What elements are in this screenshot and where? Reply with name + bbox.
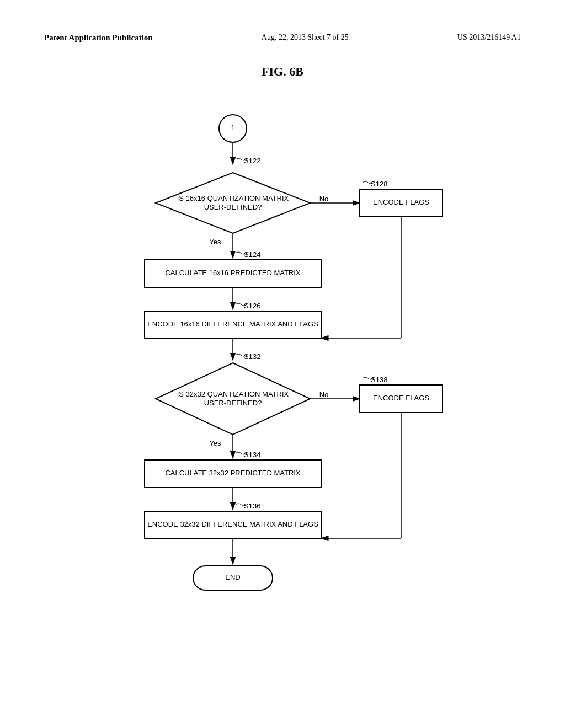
svg-text:IS 16x16 QUANTIZATION MATRIX: IS 16x16 QUANTIZATION MATRIX — [177, 194, 289, 202]
svg-text:CALCULATE 32x32 PREDICTED MATR: CALCULATE 32x32 PREDICTED MATRIX — [165, 469, 300, 477]
svg-text:ENCODE 32x32 DIFFERENCE MATRIX: ENCODE 32x32 DIFFERENCE MATRIX AND FLAGS — [147, 520, 318, 528]
svg-text:S132: S132 — [244, 352, 260, 361]
svg-text:ENCODE FLAGS: ENCODE FLAGS — [373, 198, 429, 206]
flowchart-svg: 1 S122 IS 16x16 QUANTIZATION MATRIX USER… — [95, 101, 470, 641]
svg-text:ENCODE 16x16 DIFFERENCE MATRIX: ENCODE 16x16 DIFFERENCE MATRIX AND FLAGS — [147, 320, 318, 328]
svg-text:S124: S124 — [244, 250, 260, 259]
svg-text:Yes: Yes — [209, 238, 221, 246]
header-center: Aug. 22, 2013 Sheet 7 of 25 — [262, 33, 349, 42]
svg-text:ENCODE FLAGS: ENCODE FLAGS — [373, 394, 429, 402]
svg-text:USER-DEFINED?: USER-DEFINED? — [204, 399, 262, 407]
svg-text:No: No — [319, 195, 329, 203]
svg-text:S126: S126 — [244, 302, 260, 310]
svg-text:No: No — [319, 390, 329, 399]
svg-text:S122: S122 — [244, 157, 260, 165]
header-right: US 2013/216149 A1 — [457, 33, 521, 42]
page-header: Patent Application Publication Aug. 22, … — [44, 33, 521, 42]
svg-text:S136: S136 — [244, 502, 260, 510]
svg-text:1: 1 — [231, 124, 234, 132]
svg-text:S134: S134 — [244, 451, 260, 459]
svg-text:END: END — [225, 573, 240, 581]
header-left: Patent Application Publication — [44, 33, 153, 42]
svg-text:IS 32x32 QUANTIZATION MATRIX: IS 32x32 QUANTIZATION MATRIX — [177, 390, 289, 398]
svg-text:S138: S138 — [371, 376, 387, 384]
page: Patent Application Publication Aug. 22, … — [0, 0, 565, 728]
diagram-container: 1 S122 IS 16x16 QUANTIZATION MATRIX USER… — [95, 101, 470, 641]
svg-text:CALCULATE 16x16 PREDICTED MATR: CALCULATE 16x16 PREDICTED MATRIX — [165, 269, 300, 277]
svg-text:S128: S128 — [371, 180, 387, 188]
svg-text:USER-DEFINED?: USER-DEFINED? — [204, 203, 262, 211]
svg-text:Yes: Yes — [209, 439, 221, 447]
figure-title: FIG. 6B — [44, 65, 521, 79]
